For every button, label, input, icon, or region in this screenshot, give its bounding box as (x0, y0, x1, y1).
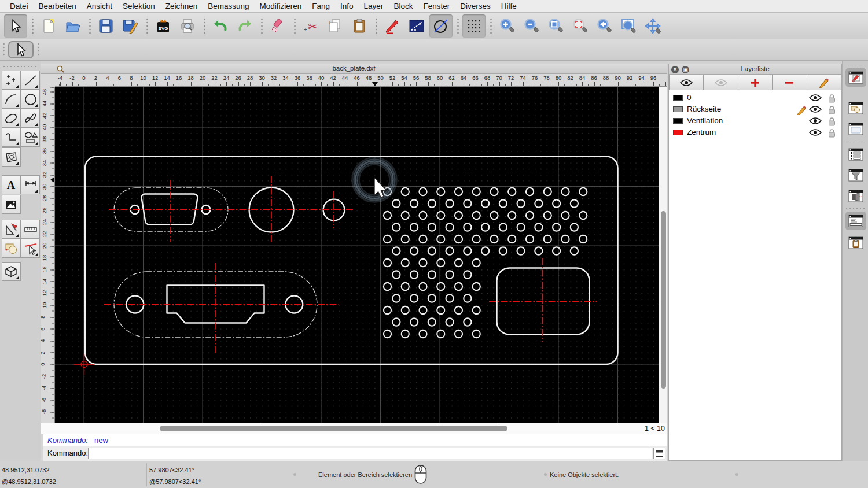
tool-hatch-button[interactable] (2, 147, 21, 167)
menu-datei[interactable]: Datei (5, 0, 34, 12)
circle-tool-button[interactable] (429, 14, 453, 38)
zoom-previous-button[interactable] (593, 14, 616, 38)
zoom-pan-button[interactable] (641, 14, 664, 38)
layer-name[interactable]: Ventilation (687, 116, 723, 125)
zoom-selection-button[interactable] (568, 14, 591, 38)
layer-row[interactable]: Ventilation (669, 115, 841, 127)
layer-eye-off-button[interactable] (704, 75, 738, 90)
open-file-button[interactable] (61, 14, 84, 38)
layer-color-swatch[interactable] (673, 106, 683, 112)
layer-name[interactable]: 0 (687, 93, 692, 102)
cut-button[interactable]: ✂+ (299, 14, 322, 38)
menu-ansicht[interactable]: Ansicht (82, 0, 117, 12)
zoom-out-button[interactable] (520, 14, 543, 38)
tool-image-button[interactable] (2, 195, 21, 214)
tool-circle-button[interactable] (21, 90, 40, 109)
dock-layer-window-button[interactable] (845, 68, 866, 87)
layer-visibility-icon[interactable] (809, 117, 822, 127)
new-file-button[interactable] (37, 14, 60, 38)
dock-filter-window-button[interactable] (845, 166, 866, 184)
layer-color-swatch[interactable] (673, 130, 683, 135)
layer-color-swatch[interactable] (673, 118, 683, 124)
print-preview-button[interactable] (176, 14, 199, 38)
dock-list-window-button[interactable] (845, 145, 866, 164)
layer-name[interactable]: Rückseite (687, 105, 721, 113)
dock-library-window-button[interactable] (845, 120, 866, 138)
tool-measure-button[interactable] (21, 220, 40, 239)
layer-eye-button[interactable] (669, 75, 704, 90)
ortho-angle-button[interactable] (405, 14, 428, 38)
horizontal-scrollbar-thumb[interactable] (160, 426, 507, 431)
menu-diverses[interactable]: Diverses (455, 0, 496, 12)
vertical-scrollbar[interactable] (659, 87, 667, 423)
layer-color-swatch[interactable] (673, 95, 683, 101)
grid-toggle-button[interactable] (462, 14, 486, 38)
tool-text-button[interactable]: A (2, 175, 21, 194)
tool-modify-button[interactable] (2, 220, 21, 239)
layer-lock-icon[interactable] (828, 128, 836, 140)
svg-export-button[interactable]: SVG (152, 14, 175, 38)
dock-view-window-button[interactable] (845, 187, 866, 205)
tool-spline-button[interactable] (21, 109, 40, 128)
layer-visibility-icon[interactable] (809, 94, 822, 104)
command-input[interactable] (88, 448, 652, 459)
zoom-window-button[interactable] (617, 14, 640, 38)
dock-block-window-button[interactable] (845, 99, 866, 117)
vertical-scrollbar-thumb[interactable] (661, 211, 666, 389)
dock-drag-handle[interactable] (847, 64, 865, 66)
menu-layer[interactable]: Layer (359, 0, 389, 12)
layer-visibility-icon[interactable] (809, 128, 822, 139)
layer-plus-button[interactable] (738, 75, 773, 90)
layer-name[interactable]: Zentrum (687, 128, 716, 136)
tool-blocks-button[interactable] (2, 239, 21, 258)
tool-ellipse-button[interactable] (2, 109, 21, 128)
dock-clipboard-window-button[interactable] (845, 234, 866, 252)
tool-polyline-button[interactable] (2, 128, 21, 147)
dock-command-window-button[interactable] (845, 212, 866, 230)
flyout-indicator-icon (16, 142, 19, 145)
menu-fenster[interactable]: Fenster (418, 0, 455, 12)
toolbar-drag-handle[interactable] (2, 42, 6, 57)
tool-points-button[interactable] (2, 71, 21, 90)
tool-arc-button[interactable] (2, 90, 21, 109)
layer-visibility-icon[interactable] (809, 105, 822, 116)
tool-line-button[interactable] (21, 71, 40, 90)
drawing-window-titlebar[interactable]: back_plate.dxf (41, 64, 667, 74)
menu-hilfe[interactable]: Hilfe (496, 0, 522, 12)
layer-row[interactable]: Rückseite (669, 103, 841, 115)
eraser-button[interactable] (266, 14, 289, 38)
menu-selektion[interactable]: Selektion (117, 0, 160, 12)
layer-pencil-button[interactable] (807, 75, 841, 90)
layer-row[interactable]: Zentrum (669, 127, 841, 138)
tool-box3d-button[interactable] (2, 262, 21, 281)
draw-pen-button[interactable] (381, 14, 404, 38)
menu-info[interactable]: Info (335, 0, 359, 12)
palette-drag-handle[interactable] (2, 65, 38, 68)
cursor-button[interactable] (4, 14, 27, 38)
undo-button[interactable] (209, 14, 232, 38)
menu-bemassung[interactable]: Bemassung (203, 0, 254, 12)
zoom-auto-button[interactable] (544, 14, 567, 38)
redo-button[interactable] (233, 14, 256, 38)
horizontal-scrollbar[interactable]: 1 < 10 (41, 423, 667, 434)
layer-minus-button[interactable] (773, 75, 807, 90)
save-as-button[interactable] (119, 14, 142, 38)
tool-dimension-button[interactable] (21, 175, 40, 194)
zoom-in-button[interactable] (495, 14, 518, 38)
command-detach-button[interactable] (653, 448, 665, 459)
tool-select-button[interactable] (21, 239, 40, 258)
tool-shapes-button[interactable] (21, 128, 40, 147)
layer-row[interactable]: 0 (669, 92, 841, 103)
cad-drawing-canvas[interactable] (55, 87, 659, 423)
paste-button[interactable] (348, 14, 371, 38)
menu-block[interactable]: Block (388, 0, 418, 12)
save-button[interactable] (94, 14, 117, 38)
menu-fang[interactable]: Fang (307, 0, 335, 12)
menu-zeichnen[interactable]: Zeichnen (160, 0, 203, 12)
copy-button[interactable]: + (323, 14, 347, 38)
menu-modifizieren[interactable]: Modifizieren (255, 0, 307, 12)
selection-arrow-button[interactable] (8, 41, 34, 58)
toolbar-separator (201, 16, 207, 36)
layer-panel-titlebar[interactable]: ✕ ▣ Layerliste (669, 64, 841, 75)
menu-bearbeiten[interactable]: Bearbeiten (34, 0, 82, 12)
